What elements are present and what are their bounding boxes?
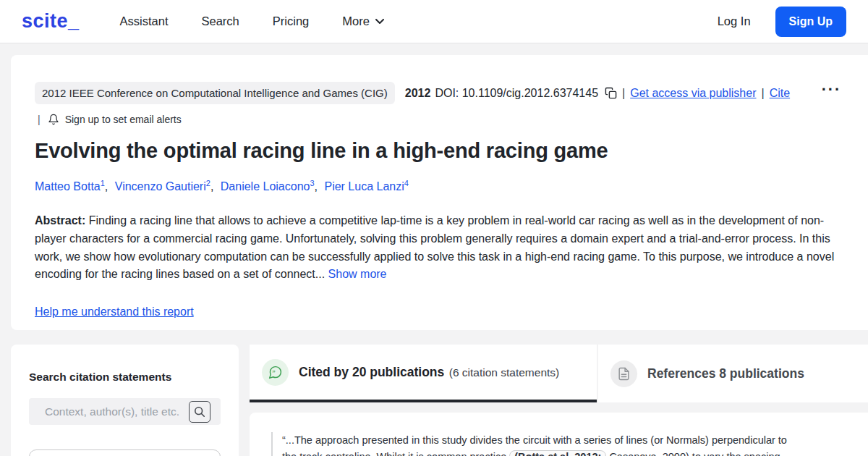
citation-statements-panel: “...The approach presented in this study…	[250, 413, 868, 456]
get-access-link[interactable]: Get access via publisher	[630, 87, 756, 100]
citation-filter-box[interactable]	[29, 449, 221, 456]
nav-pricing[interactable]: Pricing	[273, 14, 309, 28]
svg-text:”: ”	[272, 368, 275, 376]
citation-search-sidebar: Search citation statements	[11, 345, 239, 456]
bell-icon	[48, 114, 59, 125]
paper-meta-row: 2012 IEEE Conference on Computational In…	[35, 82, 850, 104]
top-navigation-bar: scite_ Assistant Search Pricing More Log…	[0, 0, 868, 43]
cite-link[interactable]: Cite	[770, 87, 790, 100]
author-link[interactable]: Matteo Botta1	[35, 180, 105, 193]
paper-title: Evolving the optimal racing line in a hi…	[35, 139, 850, 163]
author-link[interactable]: Daniele Loiacono3	[221, 180, 315, 193]
doi-text: DOI: 10.1109/cig.2012.6374145	[435, 87, 598, 100]
references-label: References 8 publications	[647, 366, 804, 381]
auth-actions: Log In Sign Up	[718, 7, 846, 37]
separator: |	[762, 87, 765, 100]
publication-year: 2012	[405, 87, 431, 100]
main-nav: Assistant Search Pricing More	[120, 14, 384, 28]
sidebar-heading: Search citation statements	[29, 371, 221, 384]
help-understand-link[interactable]: Help me understand this report	[35, 305, 194, 318]
citation-statement-quote: “...The approach presented in this study…	[271, 432, 799, 456]
abstract-label: Abstract:	[35, 214, 85, 227]
email-alerts-link[interactable]: Sign up to set email alerts	[65, 114, 182, 125]
separator: ,	[210, 180, 213, 193]
document-icon	[610, 360, 637, 387]
author-link[interactable]: Vincenzo Gautieri2	[115, 180, 210, 193]
author-affiliation-sup: 2	[206, 179, 210, 187]
tab-cited-by[interactable]: ” Cited by 20 publications (6 citation s…	[250, 345, 597, 402]
separator: |	[622, 87, 625, 100]
nav-more-label: More	[342, 14, 370, 28]
citation-quote-icon: ”	[262, 359, 289, 386]
paper-card: 2012 IEEE Conference on Computational In…	[11, 55, 868, 330]
separator: ,	[105, 180, 108, 193]
citation-tabs: ” Cited by 20 publications (6 citation s…	[250, 345, 868, 402]
venue-badge[interactable]: 2012 IEEE Conference on Computational In…	[35, 82, 395, 104]
citation-statement-count: (6 citation statements)	[449, 366, 559, 379]
email-alerts-row: | Sign up to set email alerts	[35, 114, 850, 125]
chevron-down-icon	[375, 19, 384, 25]
scite-logo[interactable]: scite_	[22, 10, 80, 33]
authors-row: Matteo Botta1, Vincenzo Gautieri2, Danie…	[35, 179, 850, 193]
author-link[interactable]: Pier Luca Lanzi4	[324, 180, 408, 193]
separator: |	[38, 114, 41, 125]
author-name: Vincenzo Gautieri	[115, 180, 206, 193]
abstract-text: Finding a racing line that allows to ach…	[35, 214, 834, 280]
author-affiliation-sup: 3	[310, 179, 314, 187]
nav-more[interactable]: More	[342, 14, 384, 28]
citation-search-box	[29, 398, 221, 425]
nav-search[interactable]: Search	[202, 14, 239, 28]
author-name: Matteo Botta	[35, 180, 101, 193]
author-affiliation-sup: 4	[404, 179, 409, 187]
signup-button[interactable]: Sign Up	[775, 7, 846, 37]
inline-citation-pill[interactable]: (Botta et al, 2012;	[509, 450, 606, 456]
copy-doi-icon[interactable]	[605, 87, 617, 99]
overflow-menu-button[interactable]: ...	[822, 82, 850, 89]
citation-search-input[interactable]	[29, 405, 189, 419]
search-icon	[194, 406, 205, 418]
author-name: Pier Luca Lanzi	[324, 180, 404, 193]
citation-search-button[interactable]	[189, 401, 210, 423]
author-name: Daniele Loiacono	[221, 180, 310, 193]
tab-references[interactable]: References 8 publications	[598, 345, 868, 402]
abstract: Abstract: Finding a racing line that all…	[35, 212, 836, 283]
login-link[interactable]: Log In	[718, 14, 751, 28]
cited-by-label: Cited by 20 publications	[299, 365, 444, 379]
show-more-link[interactable]: Show more	[328, 268, 387, 280]
nav-assistant[interactable]: Assistant	[120, 14, 169, 28]
separator: ,	[315, 180, 318, 193]
author-affiliation-sup: 1	[101, 179, 105, 187]
